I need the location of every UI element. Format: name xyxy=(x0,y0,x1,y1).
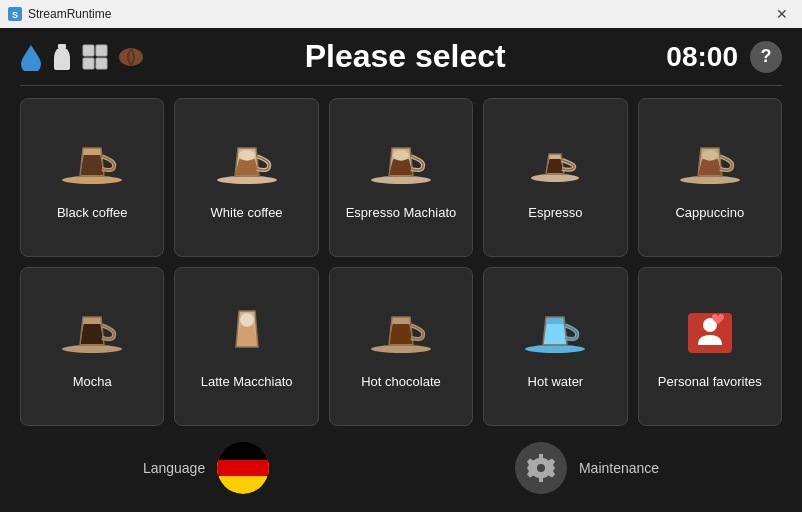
svg-point-12 xyxy=(393,150,409,161)
svg-point-9 xyxy=(217,176,277,184)
header: Please select 08:00 ? xyxy=(20,38,782,75)
personal-favorites-icon xyxy=(680,303,740,366)
drink-button-mocha[interactable]: Mocha xyxy=(20,267,164,426)
svg-rect-29 xyxy=(217,460,269,476)
white-coffee-icon xyxy=(217,134,277,197)
svg-point-14 xyxy=(680,176,740,184)
maintenance-section: Maintenance xyxy=(515,442,659,494)
svg-rect-28 xyxy=(217,442,269,460)
black-coffee-label: Black coffee xyxy=(57,205,128,222)
svg-point-8 xyxy=(62,176,122,184)
hot-water-icon xyxy=(525,303,585,366)
drink-button-cappuccino[interactable]: Cappuccino xyxy=(638,98,782,257)
app-body: Please select 08:00 ? Black coffeeWhite … xyxy=(0,28,802,512)
milk-icon xyxy=(52,43,72,71)
svg-rect-2 xyxy=(58,44,66,49)
cappuccino-label: Cappuccino xyxy=(675,205,744,222)
language-button[interactable] xyxy=(217,442,269,494)
coffee-bean-icon xyxy=(118,46,144,68)
svg-point-15 xyxy=(702,150,718,161)
svg-rect-5 xyxy=(83,58,94,69)
svg-point-19 xyxy=(525,345,585,353)
svg-point-13 xyxy=(531,174,579,182)
gear-icon xyxy=(526,453,556,483)
drink-button-hot-chocolate[interactable]: Hot chocolate xyxy=(329,267,473,426)
mocha-label: Mocha xyxy=(73,374,112,391)
page-title: Please select xyxy=(305,38,506,75)
drink-button-white-coffee[interactable]: White coffee xyxy=(174,98,318,257)
drink-grid: Black coffeeWhite coffeeEspresso Machiat… xyxy=(20,98,782,426)
footer: Language xyxy=(20,438,782,502)
language-section: Language xyxy=(143,442,269,494)
water-icon xyxy=(20,43,42,71)
drink-button-personal-favorites[interactable]: Personal favorites xyxy=(638,267,782,426)
resource-icons xyxy=(20,43,144,71)
espresso-label: Espresso xyxy=(528,205,582,222)
latte-macchiato-icon xyxy=(217,303,277,366)
hot-chocolate-label: Hot chocolate xyxy=(361,374,441,391)
svg-point-31 xyxy=(537,464,545,472)
sugar-icon xyxy=(82,44,108,70)
svg-point-10 xyxy=(239,150,255,161)
app-icon: S xyxy=(8,7,22,21)
help-button[interactable]: ? xyxy=(750,41,782,73)
svg-rect-30 xyxy=(217,476,269,494)
svg-text:S: S xyxy=(12,10,18,20)
titlebar-left: S StreamRuntime xyxy=(8,7,111,21)
svg-rect-4 xyxy=(96,45,107,56)
svg-point-17 xyxy=(240,313,254,327)
mocha-icon xyxy=(62,303,122,366)
svg-rect-6 xyxy=(96,58,107,69)
hot-chocolate-icon xyxy=(371,303,431,366)
maintenance-button[interactable] xyxy=(515,442,567,494)
header-divider xyxy=(20,85,782,86)
espresso-machiato-icon xyxy=(371,134,431,197)
close-button[interactable]: ✕ xyxy=(770,4,794,24)
maintenance-label: Maintenance xyxy=(579,460,659,476)
svg-point-11 xyxy=(371,176,431,184)
espresso-icon xyxy=(525,134,585,197)
app-title: StreamRuntime xyxy=(28,7,111,21)
drink-button-black-coffee[interactable]: Black coffee xyxy=(20,98,164,257)
espresso-machiato-label: Espresso Machiato xyxy=(346,205,457,222)
svg-point-16 xyxy=(62,345,122,353)
svg-rect-3 xyxy=(83,45,94,56)
black-coffee-icon xyxy=(62,134,122,197)
white-coffee-label: White coffee xyxy=(211,205,283,222)
drink-button-espresso[interactable]: Espresso xyxy=(483,98,627,257)
hot-water-label: Hot water xyxy=(528,374,584,391)
latte-macchiato-label: Latte Macchiato xyxy=(201,374,293,391)
titlebar: S StreamRuntime ✕ xyxy=(0,0,802,28)
personal-favorites-label: Personal favorites xyxy=(658,374,762,391)
time-display: 08:00 xyxy=(666,41,738,73)
svg-point-18 xyxy=(371,345,431,353)
cappuccino-icon xyxy=(680,134,740,197)
drink-button-espresso-machiato[interactable]: Espresso Machiato xyxy=(329,98,473,257)
header-right: 08:00 ? xyxy=(666,41,782,73)
drink-button-latte-macchiato[interactable]: Latte Macchiato xyxy=(174,267,318,426)
drink-button-hot-water[interactable]: Hot water xyxy=(483,267,627,426)
language-label: Language xyxy=(143,460,205,476)
